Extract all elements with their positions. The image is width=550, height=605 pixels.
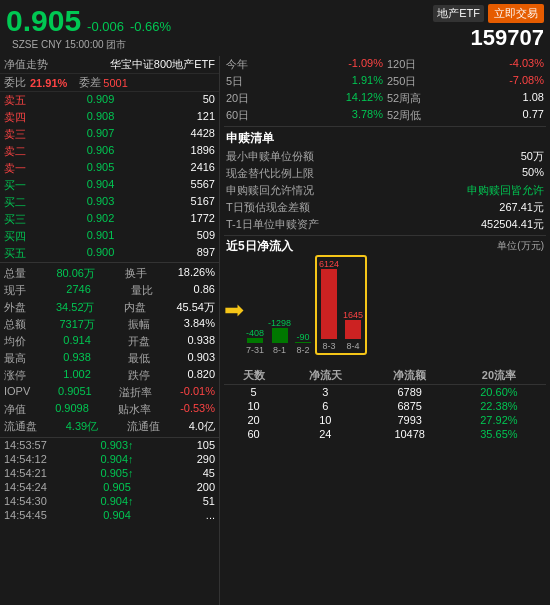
sub-row: 申购赎回允许情况申购赎回皆允许 <box>224 182 546 199</box>
stat-row: 净值0.9098贴水率-0.53% <box>0 401 219 418</box>
right-stat-left: 20日14.12% <box>224 90 385 107</box>
webi-label1: 委比 <box>4 75 26 90</box>
right-stat-left: 5日1.91% <box>224 73 385 90</box>
stat-row: IOPV0.9051溢折率-0.01% <box>0 384 219 401</box>
header: 0.905 -0.006 -0.66% SZSE CNY 15:00:00 团市… <box>0 0 550 56</box>
sell-price: 0.907 <box>87 127 115 142</box>
rs-val2: -7.08% <box>509 74 544 89</box>
rs-label1: 20日 <box>226 91 249 106</box>
buy-vol: 509 <box>175 229 215 244</box>
bar-date: 8-4 <box>347 341 360 351</box>
sub-row-label: T日预估现金差额 <box>226 200 310 215</box>
buy-price: 0.900 <box>87 246 115 261</box>
flow-table-cell: 60 <box>224 427 283 441</box>
buy-label: 买一 <box>4 178 26 193</box>
buy-vol: 897 <box>175 246 215 261</box>
flow-table: 天数净流天净流额20流率 53678920.60%106687522.38%20… <box>224 367 546 441</box>
subscription-section: 申赎清单 最小申赎单位份额50万现金替代比例上限50%申购赎回允许情况申购赎回皆… <box>224 127 546 236</box>
currency: CNY <box>41 39 62 50</box>
flow-table-cell: 35.65% <box>452 427 546 441</box>
sell-order-row: 卖一0.9052416 <box>0 160 219 177</box>
trade-status: 团市 <box>106 39 126 50</box>
trade-time: 14:54:24 <box>4 481 59 493</box>
etf-label-row: 地产ETF 立即交易 <box>433 4 544 23</box>
stat-label1: 外盘 <box>4 300 26 315</box>
sell-vol: 4428 <box>175 127 215 142</box>
buy-order-row: 买四0.901509 <box>0 228 219 245</box>
all-bars: -4087-31-12988-1-908-261248-316458-4 <box>246 265 367 355</box>
rs-label1: 60日 <box>226 108 249 123</box>
buy-order-row: 买一0.9045567 <box>0 177 219 194</box>
stat-val2: 0.86 <box>194 283 215 298</box>
flow-table-cell: 6789 <box>368 385 452 400</box>
flow-table-row: 2010799327.92% <box>224 413 546 427</box>
stat-label1: 均价 <box>4 334 26 349</box>
stat-row: 外盘34.52万内盘45.54万 <box>0 299 219 316</box>
header-right: 地产ETF 立即交易 159707 <box>433 4 544 51</box>
bar-value: -1298 <box>268 318 291 328</box>
stat-val1: 0.938 <box>63 351 91 366</box>
right-panel: 今年-1.09%120日-4.03%5日1.91%250日-7.08%20日14… <box>220 56 550 605</box>
stat-label1: 最高 <box>4 351 26 366</box>
flow-title: 近5日净流入 <box>224 236 295 255</box>
stat-label2: 振幅 <box>128 317 150 332</box>
trade-price: 0.904↑ <box>92 453 142 465</box>
highlighted-bars: 61248-316458-4 <box>315 255 367 355</box>
trade-price: 0.905 <box>92 481 142 493</box>
volume-number: 159707 <box>471 25 544 51</box>
sell-vol: 121 <box>175 110 215 125</box>
stat-row: 总量80.06万换手18.26% <box>0 265 219 282</box>
stat-label1: 流通盘 <box>4 419 37 434</box>
stats-section: 总量80.06万换手18.26%现手2746量比0.86外盘34.52万内盘45… <box>0 262 219 437</box>
flow-table-header: 20流率 <box>452 367 546 385</box>
bar-group-8-3: 61248-3 <box>319 259 339 351</box>
rs-val1: -1.09% <box>348 57 383 72</box>
flow-table-cell: 27.92% <box>452 413 546 427</box>
sub-row-label: 最小申赎单位份额 <box>226 149 314 164</box>
stat-val2: 0.903 <box>187 351 215 366</box>
subscription-title: 申赎清单 <box>224 129 546 148</box>
stat-row: 现手2746量比0.86 <box>0 282 219 299</box>
sell-label: 卖四 <box>4 110 26 125</box>
rs-label2: 250日 <box>387 74 416 89</box>
stat-label2: 跌停 <box>128 368 150 383</box>
stat-val1: 7317万 <box>59 317 94 332</box>
stat-label2: 贴水率 <box>118 402 151 417</box>
trade-time: 15:00:00 <box>65 39 104 50</box>
sell-order-row: 卖三0.9074428 <box>0 126 219 143</box>
stat-label2: 最低 <box>128 351 150 366</box>
stat-label1: 净值 <box>4 402 26 417</box>
bar-rect <box>272 328 288 343</box>
stat-val2: -0.53% <box>180 402 215 417</box>
buy-vol: 1772 <box>175 212 215 227</box>
flow-table-cell: 6 <box>283 399 367 413</box>
right-stat-right: 52周高1.08 <box>385 90 546 107</box>
bar-group-8-2: -908-2 <box>295 332 311 355</box>
stat-row: 均价0.914开盘0.938 <box>0 333 219 350</box>
fund-name: 华宝中证800地产ETF <box>110 57 215 72</box>
buy-label: 买四 <box>4 229 26 244</box>
flow-table-cell: 6875 <box>368 399 452 413</box>
stat-val1: 80.06万 <box>56 266 95 281</box>
trade-price: 0.904 <box>92 509 142 521</box>
stat-label2: 流通值 <box>127 419 160 434</box>
bar-group-8-1: -12988-1 <box>268 318 291 355</box>
buy-price: 0.904 <box>87 178 115 193</box>
flow-table-cell: 3 <box>283 385 367 400</box>
trade-price: 0.905↑ <box>92 467 142 479</box>
chart-arrow: ➡ <box>224 298 244 322</box>
bar-value: -90 <box>297 332 310 342</box>
sell-order-row: 卖四0.908121 <box>0 109 219 126</box>
stat-val2: 4.0亿 <box>189 419 215 434</box>
trade-price: 0.904↑ <box>92 495 142 507</box>
trade-time: 14:54:21 <box>4 467 59 479</box>
rs-val1: 14.12% <box>346 91 383 106</box>
trade-button[interactable]: 立即交易 <box>488 4 544 23</box>
stat-val1: 0.9051 <box>58 385 92 400</box>
rs-label2: 52周低 <box>387 108 421 123</box>
stat-row: 最高0.938最低0.903 <box>0 350 219 367</box>
trade-row: 14:54:240.905200 <box>0 480 219 494</box>
trade-row: 14:54:120.904↑290 <box>0 452 219 466</box>
buy-vol: 5167 <box>175 195 215 210</box>
sub-row: T-1日单位申赎资产452504.41元 <box>224 216 546 233</box>
